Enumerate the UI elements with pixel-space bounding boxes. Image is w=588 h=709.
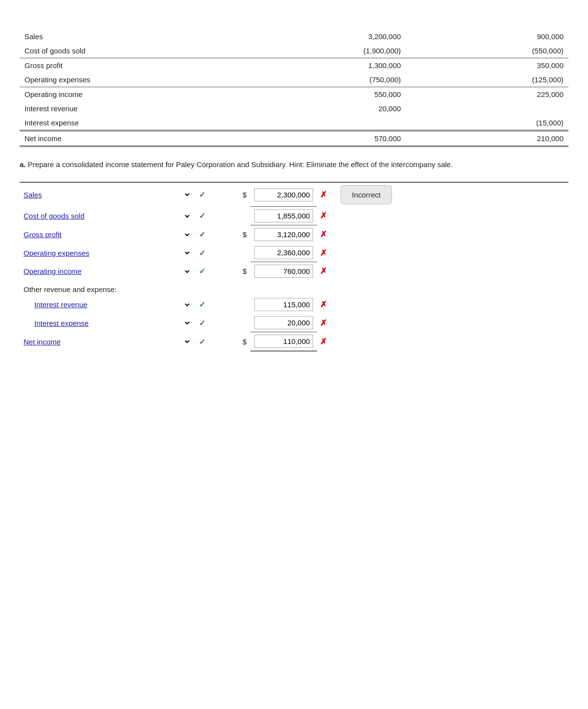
cons-select-interest_expense[interactable]: ▼ [180,318,191,327]
cons-select-cogs[interactable]: ▼ [180,212,191,220]
cons-dropdown-operating_expenses[interactable]: ▼ [176,244,195,262]
cons-spacer-operating_income [209,262,239,281]
cons-label-sales: Sales [20,183,176,207]
incorrect-tooltip: Incorrect [341,185,392,204]
cons-input-interest_expense[interactable] [254,316,313,329]
cons-input-cell-interest_expense[interactable] [250,314,317,332]
cons-input-cogs[interactable] [254,209,313,222]
cons-tooltip-operating_expenses [331,244,568,262]
cons-tooltip-interest_expense [331,314,568,332]
cons-link-sales[interactable]: Sales [24,191,42,199]
cons-dropdown-sales[interactable]: ▼ [176,183,195,207]
source-row-sims-1: (550,000) [406,44,568,58]
cons-select-operating_income[interactable]: ▼ [180,267,191,276]
cons-select-operating_expenses[interactable]: ▼ [180,248,191,257]
question-body: Prepare a consolidated income statement … [28,160,453,169]
cons-link-operating_expenses[interactable]: Operating expenses [24,249,89,257]
cons-row-other_revenue_label: Other revenue and expense: [20,280,568,295]
cons-tooltip-net_income [331,332,568,351]
cons-dropdown-interest_revenue[interactable]: ▼ [176,295,195,314]
source-row-sims-2: 350,000 [406,58,568,73]
cons-dropdown-interest_expense[interactable]: ▼ [176,314,195,332]
cons-spacer-net_income [209,332,239,351]
cons-row-interest_revenue: Interest revenue▼✓✗ [20,295,568,314]
cons-link-gross_profit[interactable]: Gross profit [24,230,62,239]
source-financial-table: Sales3,200,000900,000Cost of goods sold(… [20,25,568,147]
source-row-label-0: Sales [20,29,243,44]
source-row-sims-3: (125,000) [406,73,568,87]
source-row-label-5: Interest revenue [20,101,243,116]
cons-dropdown-gross_profit[interactable]: ▼ [176,225,195,244]
cons-input-cell-operating_expenses[interactable] [250,244,317,262]
question-text: a. Prepare a consolidated income stateme… [20,159,568,171]
source-row-paley-6 [243,116,406,131]
source-row-paley-3: (750,000) [243,73,406,87]
cons-row-net_income: Net income▼✓$✗ [20,332,568,351]
source-row-paley-4: 550,000 [243,87,406,102]
cons-input-gross_profit[interactable] [254,228,313,241]
cons-input-interest_revenue[interactable] [254,298,313,311]
cons-label-interest_expense: Interest expense [20,314,176,332]
source-row-paley-0: 3,200,000 [243,29,406,44]
col-header-paley [243,25,406,29]
cons-select-gross_profit[interactable]: ▼ [180,230,191,239]
cons-row-operating_expenses: Operating expenses▼✓✗ [20,244,568,262]
source-row-sims-5 [406,101,568,116]
cons-input-cell-cogs[interactable] [250,207,317,225]
cons-input-net_income[interactable] [254,335,313,348]
cons-row-cogs: Cost of goods sold▼✓✗ [20,207,568,225]
cons-label-cogs: Cost of goods sold [20,207,176,225]
cons-link-net_income[interactable]: Net income [24,338,61,346]
cons-label-net_income: Net income [20,332,176,351]
source-row-label-6: Interest expense [20,116,243,131]
cons-dollar-interest_expense [239,314,250,332]
source-row-sims-0: 900,000 [406,29,568,44]
cons-dollar-gross_profit: $ [239,225,250,244]
cons-check-sales: ✓ [195,183,209,207]
cons-check-net_income: ✓ [195,332,209,351]
cons-input-cell-net_income[interactable] [250,332,317,351]
cons-spacer-gross_profit [209,225,239,244]
cons-check-interest_revenue: ✓ [195,295,209,314]
cons-input-cell-operating_income[interactable] [250,262,317,281]
cons-label-operating_income: Operating income [20,262,176,281]
cons-link-operating_income[interactable]: Operating income [24,267,81,275]
cons-link-interest_expense[interactable]: Interest expense [34,319,89,327]
cons-select-interest_revenue[interactable]: ▼ [180,300,191,309]
cons-select-sales[interactable]: ▼ [180,190,191,199]
cons-tooltip-operating_income [331,262,568,281]
cons-xmark-interest_revenue: ✗ [317,295,331,314]
cons-input-operating_expenses[interactable] [254,246,313,259]
cons-dollar-sales: $ [239,183,250,207]
cons-input-cell-interest_revenue[interactable] [250,295,317,314]
cons-spacer-cogs [209,207,239,225]
source-row-label-1: Cost of goods sold [20,44,243,58]
cons-input-cell-gross_profit[interactable] [250,225,317,244]
source-row-sims-6: (15,000) [406,116,568,131]
cons-dropdown-net_income[interactable]: ▼ [176,332,195,351]
cons-link-cogs[interactable]: Cost of goods sold [24,212,84,220]
cons-dropdown-cogs[interactable]: ▼ [176,207,195,225]
cons-dollar-interest_revenue [239,295,250,314]
cons-dollar-net_income: $ [239,332,250,351]
consolidated-table: Sales▼✓$✗IncorrectCost of goods sold▼✓✗G… [20,182,568,352]
cons-tooltip-sales: Incorrect [331,183,568,207]
source-row-label-7: Net income [20,131,243,147]
cons-select-net_income[interactable]: ▼ [180,337,191,346]
cons-row-sales: Sales▼✓$✗Incorrect [20,183,568,207]
cons-section-label-other_revenue_label: Other revenue and expense: [20,280,331,295]
cons-dropdown-operating_income[interactable]: ▼ [176,262,195,281]
cons-spacer-interest_expense [209,314,239,332]
source-row-paley-1: (1,900,000) [243,44,406,58]
cons-label-interest_revenue: Interest revenue [20,295,176,314]
cons-input-sales[interactable] [254,188,313,201]
cons-dollar-cogs [239,207,250,225]
cons-check-operating_income: ✓ [195,262,209,281]
cons-tooltip-gross_profit [331,225,568,244]
cons-input-operating_income[interactable] [254,265,313,278]
question-label: a. [20,160,26,169]
cons-spacer-operating_expenses [209,244,239,262]
source-row-label-2: Gross profit [20,58,243,73]
cons-input-cell-sales[interactable] [250,183,317,207]
cons-link-interest_revenue[interactable]: Interest revenue [34,300,87,309]
